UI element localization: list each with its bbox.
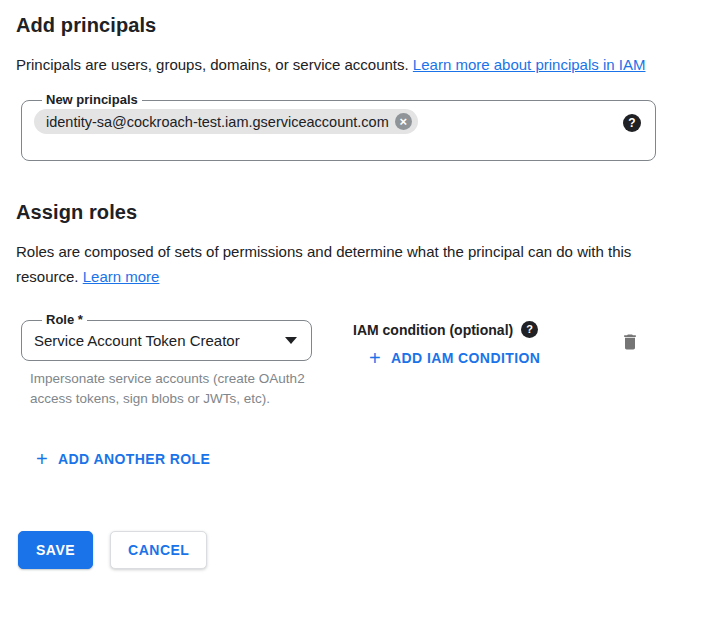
dropdown-caret-icon — [285, 337, 297, 344]
iam-condition-help-icon[interactable]: ? — [521, 321, 538, 338]
add-principals-panel: Add principals Principals are users, gro… — [0, 0, 713, 569]
plus-icon: + — [36, 451, 48, 467]
new-principals-label: New principals — [42, 93, 142, 107]
plus-icon: + — [369, 350, 381, 366]
cancel-button[interactable]: CANCEL — [110, 531, 207, 569]
principal-chip-text: identity-sa@cockroach-test.iam.gservicea… — [46, 114, 389, 130]
chip-remove-icon[interactable]: × — [395, 113, 412, 130]
principal-chip: identity-sa@cockroach-test.iam.gservicea… — [34, 109, 418, 134]
add-iam-condition-label: ADD IAM CONDITION — [391, 350, 540, 366]
role-row: Role * Service Account Token Creator Imp… — [16, 313, 697, 409]
learn-more-principals-link[interactable]: Learn more about principals in IAM — [413, 56, 646, 73]
role-label: Role * — [42, 313, 87, 327]
role-select[interactable]: Role * Service Account Token Creator — [21, 313, 312, 361]
role-selected-value: Service Account Token Creator — [34, 332, 240, 349]
principals-help-icon[interactable]: ? — [623, 114, 641, 132]
principals-description: Principals are users, groups, domains, o… — [16, 52, 676, 77]
dialog-actions: SAVE CANCEL — [16, 531, 697, 569]
add-another-role-label: ADD ANOTHER ROLE — [58, 451, 210, 467]
add-iam-condition-button[interactable]: + ADD IAM CONDITION — [361, 342, 548, 374]
principals-description-text: Principals are users, groups, domains, o… — [16, 56, 409, 73]
role-helper-text: Impersonate service accounts (create OAu… — [30, 369, 330, 409]
trash-icon — [620, 331, 640, 353]
add-another-role-button[interactable]: + ADD ANOTHER ROLE — [28, 443, 218, 475]
learn-more-roles-link[interactable]: Learn more — [83, 268, 160, 285]
page-title: Add principals — [16, 14, 697, 37]
delete-role-button[interactable] — [620, 331, 640, 356]
add-another-role-row: + ADD ANOTHER ROLE — [16, 443, 697, 475]
assign-roles-title: Assign roles — [16, 201, 697, 224]
roles-description: Roles are composed of sets of permission… — [16, 239, 676, 289]
new-principals-field[interactable]: New principals identity-sa@cockroach-tes… — [21, 93, 656, 161]
save-button[interactable]: SAVE — [18, 531, 93, 569]
iam-condition-column: IAM condition (optional) ? + ADD IAM CON… — [353, 313, 548, 374]
delete-role-column — [620, 313, 640, 357]
role-column: Role * Service Account Token Creator Imp… — [16, 313, 332, 409]
iam-condition-label: IAM condition (optional) — [353, 322, 513, 338]
